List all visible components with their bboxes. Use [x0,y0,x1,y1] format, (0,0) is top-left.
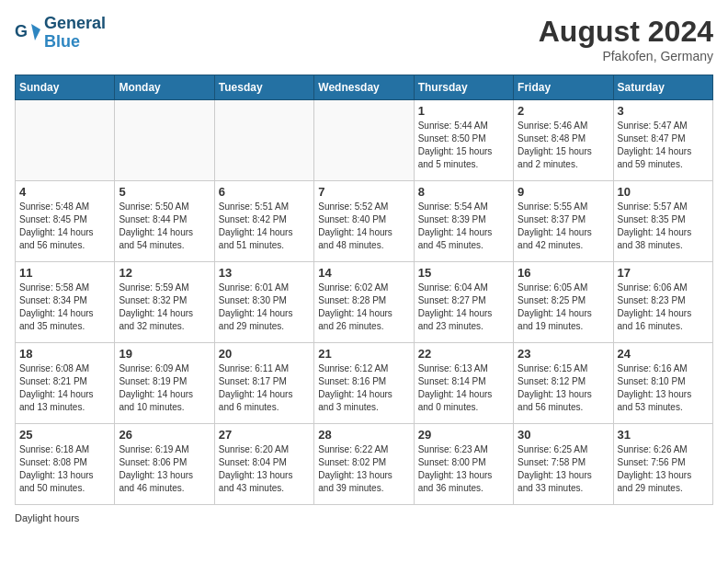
calendar-header-row: SundayMondayTuesdayWednesdayThursdayFrid… [16,75,713,100]
calendar-day-cell: 31Sunrise: 6:26 AMSunset: 7:56 PMDayligh… [613,424,712,505]
calendar-week-row: 4Sunrise: 5:48 AMSunset: 8:45 PMDaylight… [16,181,713,262]
calendar-body: 1Sunrise: 5:44 AMSunset: 8:50 PMDaylight… [16,100,713,505]
day-info: Sunrise: 6:04 AMSunset: 8:27 PMDaylight:… [418,282,509,333]
calendar-header-cell: Thursday [414,75,513,100]
calendar-table: SundayMondayTuesdayWednesdayThursdayFrid… [15,75,713,505]
day-number: 9 [518,185,609,199]
day-info: Sunrise: 5:50 AMSunset: 8:44 PMDaylight:… [119,201,210,252]
calendar-day-cell: 12Sunrise: 5:59 AMSunset: 8:32 PMDayligh… [115,262,214,343]
location: Pfakofen, Germany [539,49,713,63]
day-info: Sunrise: 6:15 AMSunset: 8:12 PMDaylight:… [518,362,609,414]
calendar-week-row: 25Sunrise: 6:18 AMSunset: 8:08 PMDayligh… [16,424,713,505]
calendar-day-cell: 3Sunrise: 5:47 AMSunset: 8:47 PMDaylight… [613,100,712,181]
calendar-day-cell: 2Sunrise: 5:46 AMSunset: 8:48 PMDaylight… [514,100,613,181]
calendar-day-cell: 20Sunrise: 6:11 AMSunset: 8:17 PMDayligh… [214,343,313,424]
day-info: Sunrise: 6:19 AMSunset: 8:06 PMDaylight:… [119,443,210,495]
calendar-day-cell: 19Sunrise: 6:09 AMSunset: 8:19 PMDayligh… [115,343,214,424]
day-number: 29 [418,428,509,442]
day-number: 15 [418,266,509,280]
logo-icon: G [15,20,40,46]
calendar-day-cell: 17Sunrise: 6:06 AMSunset: 8:23 PMDayligh… [613,262,712,343]
calendar-week-row: 11Sunrise: 5:58 AMSunset: 8:34 PMDayligh… [16,262,713,343]
day-number: 22 [418,347,509,361]
day-number: 5 [119,185,210,199]
day-number: 24 [618,347,709,361]
day-number: 2 [518,104,609,118]
day-info: Sunrise: 5:48 AMSunset: 8:45 PMDaylight:… [19,201,110,252]
day-number: 19 [119,347,210,361]
footer-note: Daylight hours [15,512,79,523]
day-info: Sunrise: 6:02 AMSunset: 8:28 PMDaylight:… [318,282,409,333]
calendar-day-cell: 11Sunrise: 5:58 AMSunset: 8:34 PMDayligh… [16,262,115,343]
calendar-day-cell: 28Sunrise: 6:22 AMSunset: 8:02 PMDayligh… [314,424,414,505]
day-info: Sunrise: 5:54 AMSunset: 8:39 PMDaylight:… [418,201,509,252]
day-number: 1 [418,104,509,118]
calendar-header-cell: Monday [115,75,214,100]
day-info: Sunrise: 5:47 AMSunset: 8:47 PMDaylight:… [618,120,709,171]
calendar-day-cell: 13Sunrise: 6:01 AMSunset: 8:30 PMDayligh… [214,262,313,343]
day-number: 6 [219,185,310,199]
calendar-day-cell: 4Sunrise: 5:48 AMSunset: 8:45 PMDaylight… [16,181,115,262]
day-info: Sunrise: 5:44 AMSunset: 8:50 PMDaylight:… [418,120,509,171]
day-info: Sunrise: 6:23 AMSunset: 8:00 PMDaylight:… [418,443,509,495]
title-block: August 2024 Pfakofen, Germany [539,15,713,63]
calendar-day-cell: 30Sunrise: 6:25 AMSunset: 7:58 PMDayligh… [514,424,613,505]
calendar-day-cell: 14Sunrise: 6:02 AMSunset: 8:28 PMDayligh… [314,262,414,343]
calendar-day-cell: 26Sunrise: 6:19 AMSunset: 8:06 PMDayligh… [115,424,214,505]
calendar-header-cell: Wednesday [314,75,414,100]
month-year: August 2024 [539,15,713,49]
day-info: Sunrise: 6:20 AMSunset: 8:04 PMDaylight:… [219,443,310,495]
day-info: Sunrise: 5:46 AMSunset: 8:48 PMDaylight:… [518,120,609,171]
calendar-day-cell: 21Sunrise: 6:12 AMSunset: 8:16 PMDayligh… [314,343,414,424]
calendar-day-cell [115,100,214,181]
day-info: Sunrise: 6:09 AMSunset: 8:19 PMDaylight:… [119,362,210,414]
calendar-day-cell: 29Sunrise: 6:23 AMSunset: 8:00 PMDayligh… [414,424,513,505]
day-info: Sunrise: 6:26 AMSunset: 7:56 PMDaylight:… [618,443,709,495]
day-info: Sunrise: 6:22 AMSunset: 8:02 PMDaylight:… [318,443,409,495]
logo: G General Blue [15,15,106,52]
calendar-day-cell: 24Sunrise: 6:16 AMSunset: 8:10 PMDayligh… [613,343,712,424]
calendar-header-cell: Saturday [613,75,712,100]
calendar-day-cell [314,100,414,181]
day-info: Sunrise: 6:08 AMSunset: 8:21 PMDaylight:… [19,362,110,414]
calendar-day-cell: 7Sunrise: 5:52 AMSunset: 8:40 PMDaylight… [314,181,414,262]
calendar-day-cell: 5Sunrise: 5:50 AMSunset: 8:44 PMDaylight… [115,181,214,262]
logo-line1: General [44,15,106,33]
day-info: Sunrise: 6:11 AMSunset: 8:17 PMDaylight:… [219,362,310,414]
day-number: 27 [219,428,310,442]
day-number: 28 [318,428,409,442]
day-number: 16 [518,266,609,280]
svg-marker-1 [31,24,40,40]
day-info: Sunrise: 5:57 AMSunset: 8:35 PMDaylight:… [618,201,709,252]
day-info: Sunrise: 5:58 AMSunset: 8:34 PMDaylight:… [19,282,110,333]
day-info: Sunrise: 5:52 AMSunset: 8:40 PMDaylight:… [318,201,409,252]
day-number: 20 [219,347,310,361]
calendar-day-cell: 22Sunrise: 6:13 AMSunset: 8:14 PMDayligh… [414,343,513,424]
logo-line2: Blue [44,33,106,52]
day-info: Sunrise: 5:55 AMSunset: 8:37 PMDaylight:… [518,201,609,252]
calendar-day-cell: 16Sunrise: 6:05 AMSunset: 8:25 PMDayligh… [514,262,613,343]
calendar-day-cell: 23Sunrise: 6:15 AMSunset: 8:12 PMDayligh… [514,343,613,424]
day-number: 17 [618,266,709,280]
day-number: 13 [219,266,310,280]
calendar-header-cell: Sunday [16,75,115,100]
calendar-header-cell: Tuesday [214,75,313,100]
svg-text:G: G [15,22,28,40]
day-number: 7 [318,185,409,199]
day-number: 18 [19,347,110,361]
day-info: Sunrise: 5:51 AMSunset: 8:42 PMDaylight:… [219,201,310,252]
calendar-week-row: 18Sunrise: 6:08 AMSunset: 8:21 PMDayligh… [16,343,713,424]
calendar-day-cell: 18Sunrise: 6:08 AMSunset: 8:21 PMDayligh… [16,343,115,424]
calendar-day-cell: 9Sunrise: 5:55 AMSunset: 8:37 PMDaylight… [514,181,613,262]
day-number: 26 [119,428,210,442]
day-number: 8 [418,185,509,199]
calendar-day-cell: 10Sunrise: 5:57 AMSunset: 8:35 PMDayligh… [613,181,712,262]
page-header: G General Blue August 2024 Pfakofen, Ger… [15,15,713,63]
day-info: Sunrise: 6:18 AMSunset: 8:08 PMDaylight:… [19,443,110,495]
calendar-day-cell [16,100,115,181]
day-info: Sunrise: 6:06 AMSunset: 8:23 PMDaylight:… [618,282,709,333]
calendar-day-cell [214,100,313,181]
calendar-day-cell: 15Sunrise: 6:04 AMSunset: 8:27 PMDayligh… [414,262,513,343]
calendar-day-cell: 6Sunrise: 5:51 AMSunset: 8:42 PMDaylight… [214,181,313,262]
day-info: Sunrise: 6:16 AMSunset: 8:10 PMDaylight:… [618,362,709,414]
